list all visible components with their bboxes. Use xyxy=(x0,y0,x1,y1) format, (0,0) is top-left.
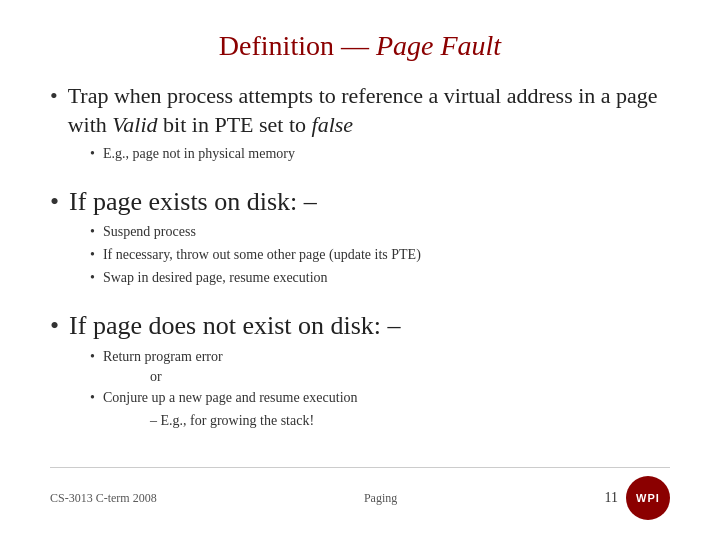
bullet-1-text: Trap when process attempts to reference … xyxy=(68,82,670,139)
sub-bullet-2a-dot: • xyxy=(90,221,95,242)
section-3: • If page does not exist on disk: – • Re… xyxy=(50,310,670,434)
sub-bullet-1a-dot: • xyxy=(90,143,95,164)
title-italic: Page Fault xyxy=(376,30,501,61)
footer-page-number: 11 xyxy=(605,490,618,506)
bullet-1-italic1: Valid xyxy=(112,112,157,137)
bullet-2-text: If page exists on disk: – xyxy=(69,186,317,217)
footer-right-section: 11 WPI xyxy=(605,476,670,520)
sub-bullet-1a-text: E.g., page not in physical memory xyxy=(103,143,295,164)
wpi-logo: WPI xyxy=(626,476,670,520)
sub-bullets-1: • E.g., page not in physical memory xyxy=(90,143,670,164)
sub-bullet-3a-dot: • xyxy=(90,346,95,367)
bullet-2: • If page exists on disk: – xyxy=(50,186,670,217)
bullet-1-dot: • xyxy=(50,82,58,111)
sub-bullet-2c: • Swap in desired page, resume execution xyxy=(90,267,670,288)
sub-bullet-2a: • Suspend process xyxy=(90,221,670,242)
section-1: • Trap when process attempts to referenc… xyxy=(50,82,670,168)
sub-bullet-2b-text: If necessary, throw out some other page … xyxy=(103,244,421,265)
slide-footer: CS-3013 C-term 2008 Paging 11 WPI xyxy=(50,467,670,520)
bullet-3: • If page does not exist on disk: – xyxy=(50,310,670,341)
bullet-1-text-part2: bit in PTE set to xyxy=(158,112,312,137)
sub-bullet-2c-text: Swap in desired page, resume execution xyxy=(103,267,328,288)
sub-bullet-2a-text: Suspend process xyxy=(103,221,196,242)
footer-course: CS-3013 C-term 2008 xyxy=(50,491,157,506)
dash-item: – E.g., for growing the stack! xyxy=(150,410,670,431)
bullet-1: • Trap when process attempts to referenc… xyxy=(50,82,670,139)
sub-bullet-3b-text: Conjure up a new page and resume executi… xyxy=(103,387,358,408)
slide-content: • Trap when process attempts to referenc… xyxy=(50,82,670,467)
bullet-1-italic2: false xyxy=(312,112,354,137)
sub-bullet-2b: • If necessary, throw out some other pag… xyxy=(90,244,670,265)
title-dash: — xyxy=(341,30,376,61)
sub-bullet-2b-dot: • xyxy=(90,244,95,265)
slide: Definition — Page Fault • Trap when proc… xyxy=(0,0,720,540)
sub-bullet-3b-dot: • xyxy=(90,387,95,408)
sub-bullet-1a: • E.g., page not in physical memory xyxy=(90,143,670,164)
sub-bullet-3a-text: Return program error xyxy=(103,346,223,367)
title-prefix: Definition xyxy=(219,30,341,61)
sub-bullet-3b: • Conjure up a new page and resume execu… xyxy=(90,387,670,408)
sub-bullet-3a: • Return program error xyxy=(90,346,670,367)
sub-bullets-2: • Suspend process • If necessary, throw … xyxy=(90,221,670,288)
footer-topic: Paging xyxy=(364,491,397,506)
sub-bullets-3: • Return program error or • Conjure up a… xyxy=(90,346,670,431)
section-2: • If page exists on disk: – • Suspend pr… xyxy=(50,186,670,292)
bullet-3-text: If page does not exist on disk: – xyxy=(69,310,400,341)
bullet-3-dot: • xyxy=(50,310,59,341)
slide-title: Definition — Page Fault xyxy=(50,30,670,62)
or-line: or xyxy=(150,369,670,385)
sub-bullet-2c-dot: • xyxy=(90,267,95,288)
bullet-2-dot: • xyxy=(50,186,59,217)
